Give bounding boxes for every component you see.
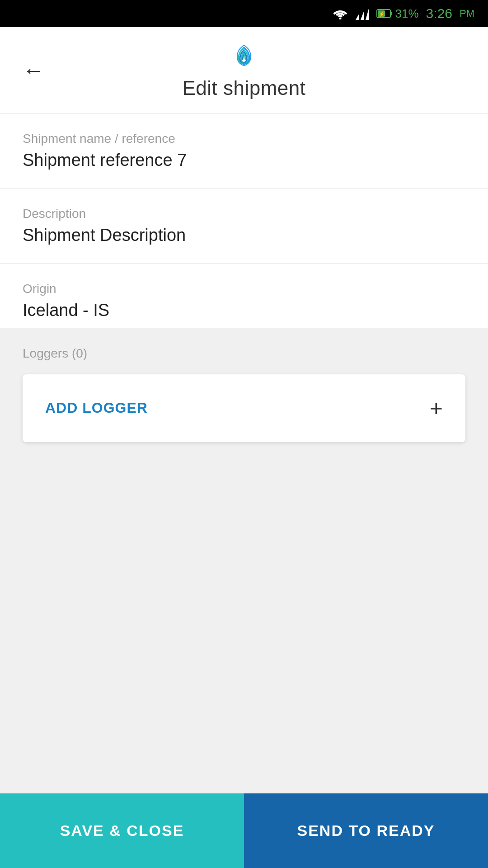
shipment-name-value: Shipment reference 7 [23, 151, 465, 170]
shipment-name-label: Shipment name / reference [23, 132, 465, 146]
description-section: Description Shipment Description [0, 189, 488, 264]
battery-icon: ⚡ [376, 8, 393, 19]
plus-icon: + [430, 397, 443, 420]
time-display: 3:26 [426, 6, 452, 21]
form-content: Shipment name / reference Shipment refer… [0, 113, 488, 328]
app-logo [228, 41, 260, 70]
add-logger-button[interactable]: ADD LOGGER + [23, 374, 465, 442]
origin-value: Iceland - IS [23, 301, 465, 320]
svg-marker-3 [366, 7, 369, 20]
grey-fill-area [0, 579, 488, 793]
svg-rect-5 [390, 12, 392, 15]
svg-point-0 [339, 18, 341, 20]
loggers-section: Loggers (0) ADD LOGGER + [0, 328, 488, 579]
signal-icon [356, 7, 369, 20]
back-button[interactable]: ← [18, 53, 49, 87]
description-value: Shipment Description [23, 226, 465, 245]
header: ← Edit shipment [0, 27, 488, 113]
shipment-name-section: Shipment name / reference Shipment refer… [0, 113, 488, 189]
save-close-button[interactable]: SAVE & CLOSE [0, 793, 244, 868]
status-bar: ⚡ 31% 3:26 PM [0, 0, 488, 27]
origin-section: Origin Iceland - IS [0, 264, 488, 328]
origin-label: Origin [23, 282, 465, 296]
svg-marker-1 [356, 14, 359, 20]
add-logger-label: ADD LOGGER [45, 400, 148, 416]
battery-percentage: 31% [395, 7, 419, 21]
wifi-icon [332, 8, 348, 19]
send-to-ready-button[interactable]: SEND TO READY [244, 793, 488, 868]
battery-area: ⚡ 31% [376, 7, 419, 21]
loggers-label: Loggers (0) [23, 346, 465, 361]
svg-marker-2 [361, 10, 364, 20]
svg-text:⚡: ⚡ [379, 11, 385, 17]
bottom-buttons: SAVE & CLOSE SEND TO READY [0, 793, 488, 868]
description-label: Description [23, 207, 465, 221]
ampm-display: PM [460, 8, 474, 19]
page-title: Edit shipment [182, 77, 305, 99]
